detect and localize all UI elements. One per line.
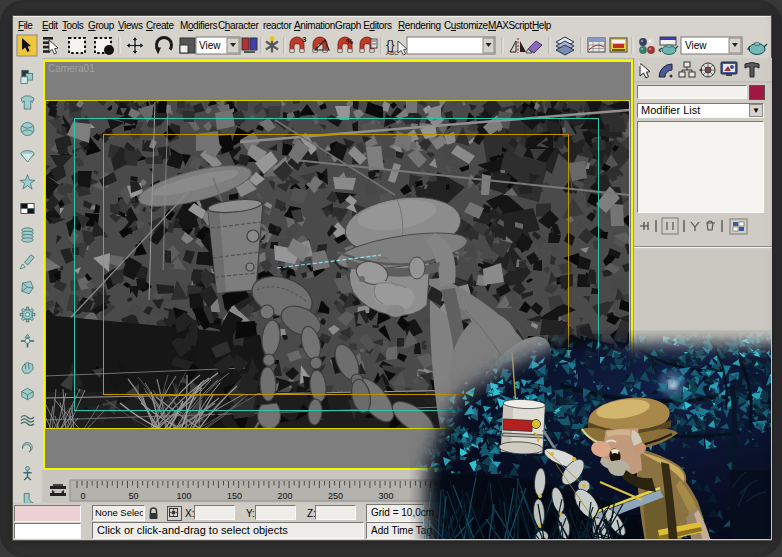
svg-text:300: 300 [378,491,393,501]
svg-text:250: 250 [328,491,343,501]
svg-text:100: 100 [176,491,191,501]
svg-text:150: 150 [227,491,242,501]
svg-text:View: View [199,40,221,51]
svg-text:0: 0 [80,491,85,501]
svg-text:%: % [346,37,353,46]
svg-text:View: View [685,40,707,51]
svg-text:200: 200 [277,491,292,501]
svg-text:ABC: ABC [386,50,399,56]
svg-text:3: 3 [302,35,307,44]
svg-text:50: 50 [128,491,138,501]
